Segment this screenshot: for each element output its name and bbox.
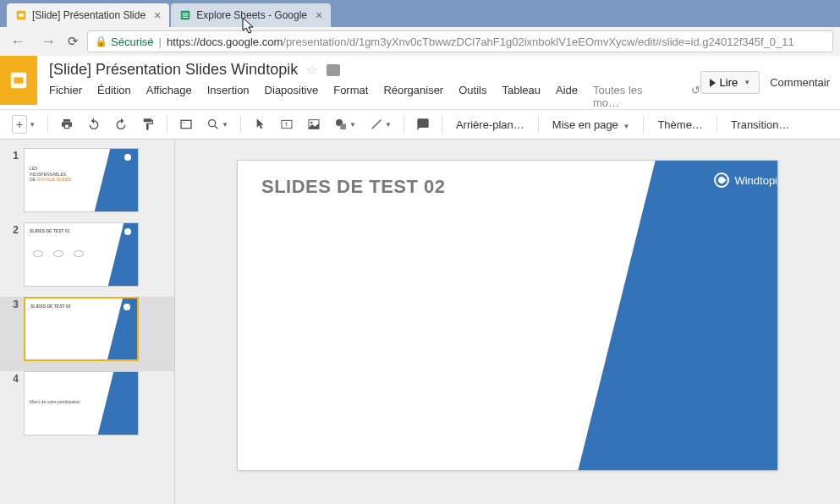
textbox-tool[interactable]: T xyxy=(275,114,299,134)
browser-chrome: [Slide] Présentation Slide × Explore She… xyxy=(0,0,840,56)
thumbnail-3[interactable]: SLIDES DE TEST 02 xyxy=(24,297,139,361)
svg-rect-8 xyxy=(181,120,191,128)
layout-button[interactable]: Mise en page ▼ xyxy=(546,115,637,134)
shape-tool[interactable]: ▼ xyxy=(329,114,361,134)
menu-edition[interactable]: Édition xyxy=(97,84,131,109)
menu-last-edit[interactable]: Toutes les mo… xyxy=(593,84,671,109)
menu-fichier[interactable]: Fichier xyxy=(49,84,82,109)
close-icon[interactable]: × xyxy=(316,8,322,22)
separator xyxy=(716,116,717,133)
image-tool[interactable] xyxy=(302,114,326,134)
menu-diapositive[interactable]: Diapositive xyxy=(265,84,319,109)
svg-point-9 xyxy=(184,122,184,123)
new-slide-button[interactable]: +▼ xyxy=(7,112,41,137)
slide-title[interactable]: SLIDES DE TEST 02 xyxy=(261,176,446,198)
addr-separator: | xyxy=(159,36,162,48)
history-icon[interactable]: ↺ xyxy=(691,84,700,109)
app-header: [Slide] Présentation Slides Windtopik ☆ … xyxy=(0,56,840,109)
slide-canvas[interactable]: SLIDES DE TEST 02 Windtopi xyxy=(237,160,778,471)
forward-button[interactable]: → xyxy=(37,33,59,51)
thumbnail-row: 4 Merci de votre participation xyxy=(7,371,167,436)
folder-icon[interactable] xyxy=(327,64,340,76)
menu-affichage[interactable]: Affichage xyxy=(146,84,192,109)
menu-aide[interactable]: Aide xyxy=(556,84,578,109)
browser-tab-active[interactable]: [Slide] Présentation Slide × xyxy=(7,3,169,27)
thumb-number: 2 xyxy=(7,222,24,287)
play-icon xyxy=(710,79,716,87)
thumbnail-4[interactable]: Merci de votre participation xyxy=(24,371,139,436)
menubar: Fichier Édition Affichage Insertion Diap… xyxy=(49,84,700,109)
browser-tab-inactive[interactable]: Explore Sheets - Google × xyxy=(171,3,331,27)
url-host: https://docs.google.com xyxy=(167,36,283,48)
brand-text: Windtopi xyxy=(734,174,777,187)
svg-text:T: T xyxy=(284,121,288,129)
slide-decoration xyxy=(578,161,778,470)
menu-format[interactable]: Format xyxy=(333,84,368,109)
tab-bar: [Slide] Présentation Slide × Explore She… xyxy=(0,0,840,27)
svg-rect-4 xyxy=(183,14,189,15)
separator xyxy=(240,116,241,133)
separator xyxy=(442,116,442,133)
slide-brand: Windtopi xyxy=(714,173,777,188)
separator xyxy=(47,116,48,133)
reload-button[interactable]: ⟳ xyxy=(68,34,79,49)
separator xyxy=(167,116,167,133)
sheets-icon xyxy=(179,9,191,21)
brand-icon xyxy=(714,173,729,188)
present-button[interactable]: Lire ▼ xyxy=(700,71,760,94)
svg-rect-3 xyxy=(183,13,189,14)
menu-tableau[interactable]: Tableau xyxy=(502,84,541,109)
menu-reorganiser[interactable]: Réorganiser xyxy=(383,84,443,109)
svg-line-18 xyxy=(372,120,382,129)
star-icon[interactable]: ☆ xyxy=(306,62,318,78)
transition-button[interactable]: Transition… xyxy=(724,115,797,134)
thumbnail-2[interactable]: SLIDES DE TEST 01 xyxy=(24,222,139,287)
comment-tool[interactable] xyxy=(411,114,435,134)
undo-button[interactable] xyxy=(82,114,106,134)
secure-label: Sécurisé xyxy=(111,36,154,48)
lock-icon: 🔒 xyxy=(95,36,107,47)
slides-logo-icon xyxy=(9,71,28,90)
thumbnail-row: 1 LES INDISPENSABLES DE GOOGLE SLIDES xyxy=(7,148,167,212)
menu-insertion[interactable]: Insertion xyxy=(207,84,250,109)
address-bar[interactable]: 🔒 Sécurisé | https://docs.google.com/pre… xyxy=(87,30,833,52)
redo-button[interactable] xyxy=(109,114,133,134)
separator xyxy=(538,116,539,133)
slides-icon xyxy=(15,9,27,21)
toolbar: +▼ ▼ T ▼ ▼ Arrière-plan… Mise en page ▼ … xyxy=(0,109,840,140)
close-icon[interactable]: × xyxy=(154,8,161,22)
menu-outils[interactable]: Outils xyxy=(458,84,486,109)
main-area: 1 LES INDISPENSABLES DE GOOGLE SLIDES 2 … xyxy=(0,140,840,504)
zoom-button[interactable]: ▼ xyxy=(201,114,233,134)
background-button[interactable]: Arrière-plan… xyxy=(449,115,531,134)
separator xyxy=(643,116,644,133)
document-title[interactable]: [Slide] Présentation Slides Windtopik xyxy=(49,61,298,79)
document-title-row: [Slide] Présentation Slides Windtopik ☆ xyxy=(49,61,700,79)
svg-rect-5 xyxy=(183,17,189,18)
zoom-fit-button[interactable] xyxy=(174,114,198,134)
tab-title: Explore Sheets - Google xyxy=(196,9,307,21)
svg-rect-7 xyxy=(14,77,24,83)
separator xyxy=(404,116,404,133)
select-tool[interactable] xyxy=(248,114,272,134)
app-logo[interactable] xyxy=(0,56,37,105)
thumbnail-row: 2 SLIDES DE TEST 01 xyxy=(7,222,167,287)
print-button[interactable] xyxy=(55,114,79,134)
svg-point-10 xyxy=(209,120,216,127)
chevron-down-icon: ▼ xyxy=(744,79,750,86)
thumbnail-row: 3 SLIDES DE TEST 02 xyxy=(0,297,174,371)
thumbnail-1[interactable]: LES INDISPENSABLES DE GOOGLE SLIDES xyxy=(24,148,139,212)
paint-format-button[interactable] xyxy=(136,114,160,134)
comments-button[interactable]: Commentair xyxy=(768,72,832,93)
thumb-number: 1 xyxy=(7,148,24,212)
thumb-number: 4 xyxy=(7,371,24,436)
svg-rect-1 xyxy=(19,14,24,17)
canvas-area[interactable]: SLIDES DE TEST 02 Windtopi xyxy=(175,140,840,504)
line-tool[interactable]: ▼ xyxy=(365,114,397,134)
tab-title: [Slide] Présentation Slide xyxy=(32,9,145,21)
svg-line-11 xyxy=(215,126,217,129)
present-label: Lire xyxy=(720,76,738,89)
theme-button[interactable]: Thème… xyxy=(651,115,709,134)
svg-rect-17 xyxy=(340,123,346,129)
back-button[interactable]: ← xyxy=(7,33,29,51)
